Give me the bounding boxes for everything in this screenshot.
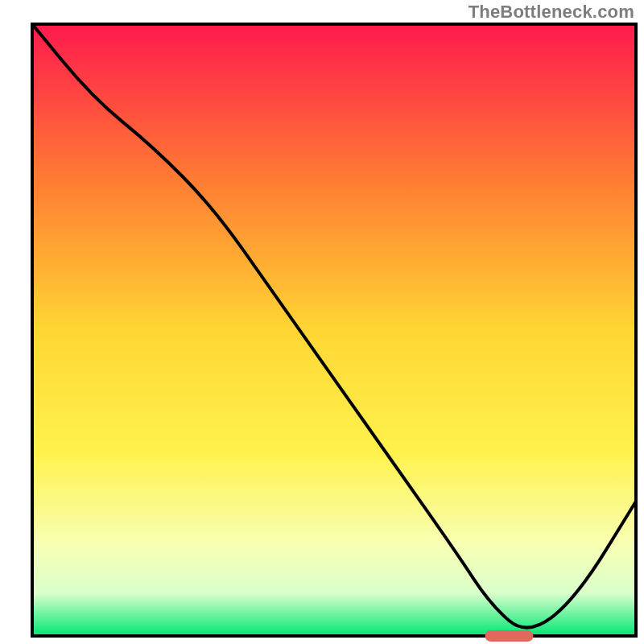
highlight-bar bbox=[485, 630, 534, 642]
plot-gradient bbox=[32, 24, 636, 636]
bottleneck-chart bbox=[0, 0, 644, 644]
chart-container: { "watermark": "TheBottleneck.com", "cha… bbox=[0, 0, 644, 644]
watermark-text: TheBottleneck.com bbox=[469, 2, 634, 23]
